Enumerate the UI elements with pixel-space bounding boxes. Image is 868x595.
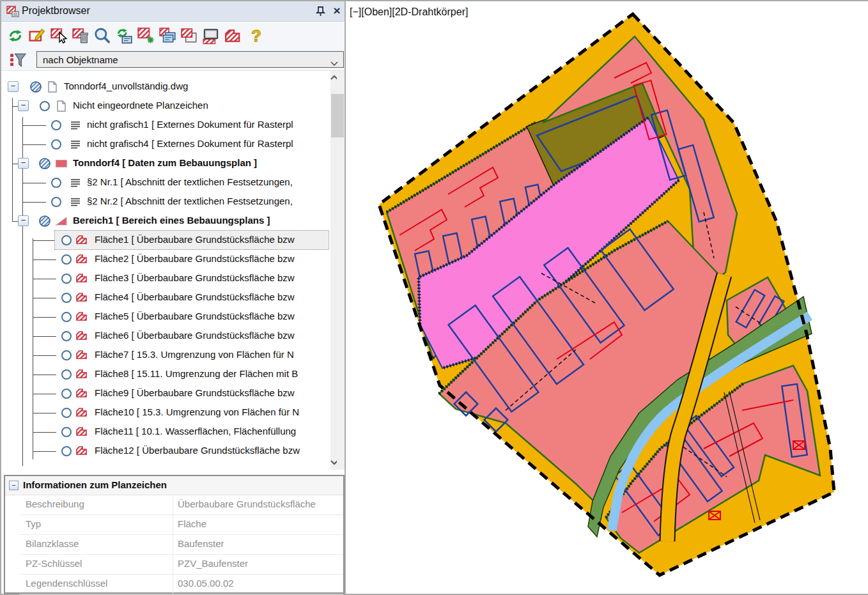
tree-item[interactable]: Fläche9 [ Überbaubare Grundstücksfläche … <box>1 384 330 403</box>
tree-item-label: Fläche4 [ Überbaubare Grundstücksfläche … <box>95 291 295 302</box>
overlay-planzeichen-icon[interactable] <box>180 27 198 45</box>
tree-item[interactable]: nicht grafisch1 [ Externes Dokument für … <box>1 116 330 135</box>
info-row: Legendenschlüssel030.05.00.02 <box>19 575 343 594</box>
tree-item[interactable]: −Tonndorf4 [ Daten zum Bebauungsplan ] <box>1 154 330 173</box>
collapse-icon[interactable]: − <box>9 481 19 490</box>
panel-titlebar: Projektbrowser × <box>1 1 345 22</box>
copy-planzeichen-icon[interactable] <box>159 27 176 45</box>
info-panel-title: Informationen zum Planzeichen <box>23 479 167 490</box>
plan-map[interactable] <box>346 1 868 594</box>
tree-item[interactable]: −Nicht eingeordnete Planzeichen <box>1 97 330 116</box>
expander-minus-icon[interactable]: − <box>8 81 19 92</box>
tree-item-label: Nicht eingeordnete Planzeichen <box>73 100 208 111</box>
project-browser-panel: Projektbrowser × ? nach Obje <box>1 1 345 594</box>
tree-item-label: Fläche6 [ Überbaubare Grundstücksfläche … <box>95 330 295 341</box>
screen-planzeichen-icon[interactable] <box>202 27 220 45</box>
expander-minus-icon[interactable]: − <box>18 158 29 169</box>
tree-item[interactable]: Fläche8 [ 15.11. Umgrenzung der Flächen … <box>1 365 330 384</box>
circle-icon <box>50 176 63 189</box>
add-planzeichen-icon[interactable] <box>137 27 155 45</box>
tree-item[interactable]: nicht grafisch4 [ Externes Dokument für … <box>1 135 330 154</box>
info-value: Überbaubare Grundstücksfläche <box>178 498 316 509</box>
circle-icon <box>60 349 73 362</box>
globe-icon <box>29 81 42 93</box>
lines-icon <box>69 196 82 208</box>
filter-row: nach Objektname <box>1 49 345 71</box>
flaeche-icon <box>75 406 88 419</box>
pin-icon[interactable] <box>313 4 327 19</box>
page-icon <box>55 100 68 112</box>
tree-item[interactable]: Fläche5 [ Überbaubare Grundstücksfläche … <box>1 307 330 327</box>
flaeche-icon <box>75 291 88 304</box>
triangle-icon <box>55 215 68 228</box>
tree-item[interactable]: §2 Nr.1 [ Abschnitt der textlichen Fests… <box>1 173 330 192</box>
circle-icon <box>60 330 73 343</box>
circle-icon <box>38 100 51 112</box>
edit-planzeichen-icon[interactable] <box>28 27 46 45</box>
dropdown-value: nach Objektname <box>43 54 118 65</box>
circle-icon <box>60 368 73 381</box>
tree-scrollbar[interactable] <box>330 71 345 470</box>
tree-item-label: Fläche12 [ Überbaubare Grundstücksfläche… <box>95 445 300 456</box>
filter-icon <box>9 51 27 72</box>
tree-item-label: Fläche8 [ 15.11. Umgrenzung der Flächen … <box>95 368 298 379</box>
flaeche-icon <box>75 387 88 400</box>
help-icon[interactable]: ? <box>247 27 265 45</box>
info-panel: − Informationen zum Planzeichen Beschrei… <box>4 475 345 594</box>
info-panel-header: − Informationen zum Planzeichen <box>5 476 343 495</box>
tree-item-label: Fläche9 [ Überbaubare Grundstücksfläche … <box>95 387 295 398</box>
globe-icon <box>38 157 51 170</box>
sort-mode-dropdown[interactable]: nach Objektname <box>36 51 344 68</box>
flaeche-icon <box>75 253 88 266</box>
panel-title: Projektbrowser <box>22 5 90 17</box>
drawing-viewport[interactable]: [−][Oben][2D-Drahtkörper] <box>346 1 868 594</box>
circle-icon <box>60 272 73 285</box>
info-value: 030.05.00.02 <box>178 578 234 589</box>
tree-item[interactable]: Fläche10 [ 15.3. Umgrenzung von Flächen … <box>1 403 330 422</box>
flaeche-planzeichen-icon[interactable] <box>224 27 242 45</box>
scroll-up-icon[interactable] <box>330 71 345 85</box>
redrect-icon <box>55 157 68 170</box>
flaeche-icon <box>75 234 88 247</box>
search-icon[interactable] <box>93 27 111 45</box>
tree-item[interactable]: Fläche1 [ Überbaubare Grundstücksfläche … <box>1 231 330 250</box>
tree-item[interactable]: −Bereich1 [ Bereich eines Bebauungsplans… <box>1 212 330 231</box>
planzeichen-tree: −Tonndorf4_unvollständig.dwg−Nicht einge… <box>1 71 330 470</box>
application-window: Projektbrowser × ? nach Obje <box>0 0 868 595</box>
circle-icon <box>60 291 73 304</box>
lines-icon <box>69 119 82 132</box>
scrollbar-thumb[interactable] <box>331 94 344 137</box>
info-label: Legendenschlüssel <box>26 578 107 589</box>
scroll-down-icon[interactable] <box>330 456 345 470</box>
circle-icon <box>50 119 63 132</box>
info-label: Typ <box>26 518 41 529</box>
lines-icon <box>69 138 82 151</box>
expander-minus-icon[interactable]: − <box>18 100 29 111</box>
viewport-label: [−][Oben][2D-Drahtkörper] <box>350 6 468 18</box>
info-label: PZ-Schlüssel <box>26 558 82 569</box>
tree-item[interactable]: −Tonndorf4_unvollständig.dwg <box>1 77 330 97</box>
tree-item-label: Bereich1 [ Bereich eines Bebauungsplans … <box>73 215 270 226</box>
circle-icon <box>60 406 73 419</box>
tree-item-label: Fläche3 [ Überbaubare Grundstücksfläche … <box>95 272 295 283</box>
tree-item[interactable]: Fläche4 [ Überbaubare Grundstücksfläche … <box>1 288 330 307</box>
tree-item[interactable]: Fläche3 [ Überbaubare Grundstücksfläche … <box>1 269 330 288</box>
tree-item-label: Fläche5 [ Überbaubare Grundstücksfläche … <box>95 311 295 321</box>
close-icon[interactable]: × <box>330 3 344 19</box>
expander-minus-icon[interactable]: − <box>18 215 29 226</box>
pick-planzeichen-icon[interactable] <box>50 27 68 45</box>
update-planzeichen-icon[interactable] <box>115 27 133 45</box>
circle-icon <box>50 196 63 208</box>
info-value: Baufenster <box>178 538 224 549</box>
tree-item[interactable]: §2 Nr.2 [ Abschnitt der textlichen Fests… <box>1 192 330 212</box>
tree-item[interactable]: Fläche12 [ Überbaubare Grundstücksfläche… <box>1 442 330 461</box>
tree-item[interactable]: Fläche2 [ Überbaubare Grundstücksfläche … <box>1 250 330 269</box>
delete-planzeichen-icon[interactable] <box>72 27 89 45</box>
circle-icon <box>60 253 73 266</box>
info-row: PZ-SchlüsselPZV_Baufenster <box>19 555 343 575</box>
refresh-icon[interactable] <box>6 27 24 45</box>
tree-item-label: Fläche10 [ 15.3. Umgrenzung von Flächen … <box>95 406 299 417</box>
tree-item[interactable]: Fläche6 [ Überbaubare Grundstücksfläche … <box>1 327 330 346</box>
tree-item[interactable]: Fläche7 [ 15.3. Umgrenzung von Flächen f… <box>1 346 330 365</box>
tree-item[interactable]: Fläche11 [ 10.1. Wasserflächen, Flächenf… <box>1 422 330 442</box>
